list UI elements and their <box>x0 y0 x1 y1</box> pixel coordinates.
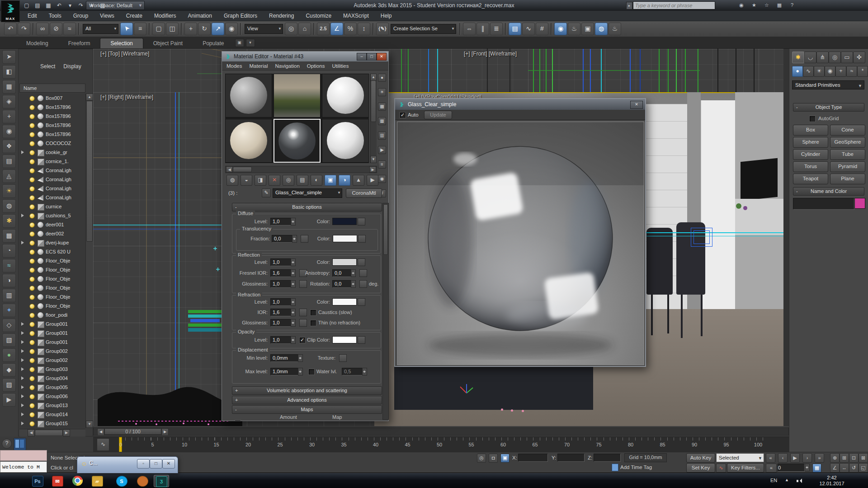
video-color-check-icon[interactable]: ▥ <box>378 131 386 140</box>
sample-tiling-icon[interactable]: ▦ <box>378 117 386 125</box>
select-by-name-icon[interactable]: ≡ <box>134 23 146 35</box>
create-teapot-button[interactable]: Teapot <box>793 174 828 184</box>
menu-group[interactable]: Group <box>67 11 94 21</box>
fraction-field[interactable]: 0,0 <box>272 235 292 243</box>
scrollbar-thumb[interactable] <box>86 101 93 242</box>
diffuse-color-swatch[interactable] <box>332 218 357 225</box>
expand-icon[interactable] <box>21 340 26 344</box>
x-coordinate-field[interactable] <box>518 454 548 462</box>
cone-tool-icon[interactable]: ◬ <box>2 169 16 183</box>
glass-window-titlebar[interactable]: Glass_Clear_simple ✕ <box>395 99 645 110</box>
scrollbar-thumb[interactable] <box>233 167 252 172</box>
scene-object-row[interactable]: floor_podi <box>19 310 85 319</box>
sphere-tool-icon[interactable]: ◍ <box>2 199 16 213</box>
anisotropy-map-button[interactable] <box>359 269 367 277</box>
scene-object-row[interactable]: cornice_1. <box>19 157 85 166</box>
help-icon[interactable]: ? <box>788 1 797 9</box>
spinner[interactable] <box>291 298 296 306</box>
tray-expand-icon[interactable]: ▲ <box>785 478 789 482</box>
key-filters-button[interactable]: Key Filters... <box>727 463 764 473</box>
language-indicator[interactable]: EN <box>770 478 777 483</box>
select-object-icon[interactable]: ➤ <box>120 23 133 35</box>
visibility-bulb-icon[interactable] <box>29 96 35 101</box>
previous-frame-button[interactable]: ‹ <box>778 453 788 463</box>
object-type-rollout[interactable]: - Object Type <box>793 103 864 112</box>
scene-object-row[interactable]: Group005 <box>19 383 85 392</box>
anisotropy-field[interactable]: 0,0 <box>332 269 351 277</box>
zoom-all-icon[interactable]: ⊞ <box>840 453 849 463</box>
edit-named-sets-icon[interactable]: {✎} <box>376 23 389 35</box>
ribbon-tab-selection[interactable]: Selection <box>100 38 143 48</box>
selection-set-dropdown[interactable]: Selected <box>716 453 764 462</box>
spinner[interactable] <box>291 309 296 316</box>
manipulate-icon[interactable]: ◉ <box>225 23 238 35</box>
water-level-field[interactable]: 0,5 <box>342 368 363 375</box>
create-cylinder-button[interactable]: Cylinder <box>793 149 828 160</box>
clip-checkbox[interactable] <box>299 337 306 343</box>
texture-map-button[interactable] <box>339 354 347 362</box>
favorites-icon[interactable]: ☆ <box>762 1 771 9</box>
select-place-icon[interactable]: ⌂ <box>298 23 311 35</box>
3dsmax-logo[interactable]: MAX <box>1 0 20 22</box>
dot-tool-icon[interactable]: ● <box>2 348 16 362</box>
lights-subtab[interactable]: ☀ <box>814 66 825 77</box>
background-icon[interactable]: ▩ <box>378 103 386 111</box>
visibility-bulb-icon[interactable] <box>29 313 35 318</box>
visibility-bulb-icon[interactable] <box>29 105 35 110</box>
select-by-material-icon[interactable]: ◉ <box>378 175 386 183</box>
expand-icon[interactable] <box>21 331 26 335</box>
expand-icon[interactable] <box>21 394 26 398</box>
visibility-bulb-icon[interactable] <box>29 150 35 155</box>
scene-object-row[interactable]: Floor_Obje <box>19 265 85 274</box>
material-name-dropdown[interactable]: Glass_Clear_simple ▼ <box>273 188 342 198</box>
z-coordinate-field[interactable] <box>594 454 621 462</box>
scene-object-row[interactable]: deer002 <box>19 229 85 238</box>
orbit-icon[interactable]: ↺ <box>849 463 859 473</box>
ribbon-tab-freeform[interactable]: Freeform <box>58 38 100 48</box>
material-editor-icon[interactable]: ◉ <box>554 23 567 35</box>
create-pyramid-button[interactable]: Pyramid <box>830 161 865 172</box>
prev-frame-icon[interactable]: ◀ <box>97 428 104 436</box>
go-forward-icon[interactable]: ▶ <box>367 175 378 186</box>
refraction-gloss-field[interactable]: 1,0 <box>270 319 291 327</box>
communication-center-icon[interactable]: ★ <box>750 1 759 9</box>
helpers-subtab[interactable]: + <box>835 66 846 77</box>
parameters-scrollbar[interactable] <box>382 203 389 420</box>
expand-icon[interactable] <box>21 422 26 425</box>
angle-snap-icon[interactable]: ∠ <box>330 23 343 35</box>
diffuse-level-field[interactable]: 1,0 <box>270 218 291 225</box>
make-unique-icon[interactable]: ◎ <box>283 175 294 186</box>
next-frame-icon[interactable]: ▶ <box>161 428 169 436</box>
reset-map-icon[interactable]: ✕ <box>269 175 280 186</box>
refraction-level-field[interactable]: 1,0 <box>270 298 291 306</box>
visibility-bulb-icon[interactable] <box>29 286 35 291</box>
redo-icon[interactable]: ↷ <box>18 23 30 35</box>
play-button[interactable]: ▶ <box>790 453 800 463</box>
scene-object-row[interactable]: CoronaLigh <box>19 184 85 193</box>
material-slot-beige[interactable] <box>225 119 272 163</box>
scene-list-hscrollbar[interactable]: ◀ ▶ <box>19 429 85 436</box>
ribbon-tab-modeling[interactable]: Modeling <box>16 38 58 48</box>
search-input[interactable] <box>633 1 715 9</box>
skype-icon[interactable]: S <box>114 475 129 487</box>
scene-object-row[interactable]: Group003 <box>19 365 85 374</box>
visibility-bulb-icon[interactable] <box>29 295 35 300</box>
time-slider-label[interactable]: 0 / 100 <box>104 428 161 435</box>
display-tab[interactable]: ▭ <box>841 52 853 63</box>
scene-list-scrollbar[interactable]: ▲ ▼ <box>85 94 93 428</box>
key-curve-icon[interactable]: ∿ <box>716 464 726 473</box>
material-editor-menu-material[interactable]: Material <box>250 63 268 69</box>
material-class-button[interactable]: CoronaMtl <box>346 188 382 198</box>
spinner[interactable] <box>291 280 296 288</box>
render-setup-icon[interactable]: ♨ <box>568 23 580 35</box>
scene-object-row[interactable]: Group001 <box>19 319 85 328</box>
opacity-level-field[interactable]: 1,0 <box>270 336 291 344</box>
expand-icon[interactable] <box>21 150 26 154</box>
folder-icon[interactable]: ▰ <box>90 475 105 487</box>
fraction-map-button[interactable] <box>301 235 308 243</box>
time-slider-handle[interactable]: ◀ 0 / 100 ▶ <box>97 428 169 435</box>
scene-explorer-menu-select[interactable]: Select <box>40 63 55 70</box>
expand-icon[interactable] <box>21 358 26 362</box>
expand-icon[interactable] <box>21 322 26 326</box>
maximize-icon[interactable]: □ <box>150 459 162 469</box>
